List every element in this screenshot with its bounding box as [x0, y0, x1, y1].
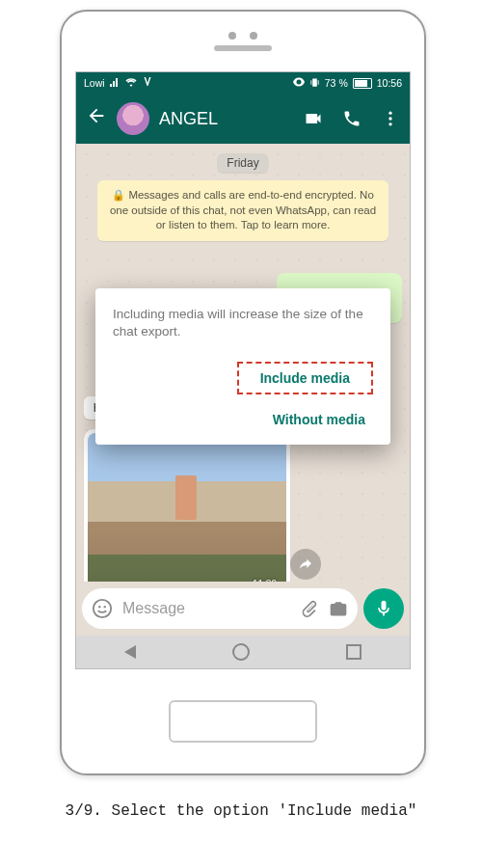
- video-call-icon[interactable]: [304, 109, 323, 128]
- svg-point-2: [388, 122, 391, 125]
- nav-home-icon[interactable]: [232, 643, 250, 661]
- attach-icon[interactable]: [300, 599, 319, 618]
- android-navbar: [76, 636, 410, 668]
- status-bar: Lowi 73 % 10:56: [76, 72, 410, 94]
- export-dialog: Including media will increase the size o…: [95, 288, 390, 445]
- voice-call-icon[interactable]: [342, 109, 362, 128]
- svg-point-4: [98, 606, 100, 608]
- tutorial-highlight: Include media: [237, 362, 373, 394]
- svg-point-0: [388, 112, 391, 115]
- battery-icon: [353, 78, 372, 89]
- emoji-icon[interactable]: [92, 598, 113, 619]
- svg-point-1: [388, 117, 391, 120]
- phone-screen: Lowi 73 % 10:56: [75, 71, 411, 669]
- phone-bottom-bezel: [62, 669, 424, 773]
- signal-icon: [110, 77, 120, 89]
- phone-speaker: [214, 45, 272, 51]
- mic-button[interactable]: [363, 588, 404, 629]
- carrier-label: Lowi: [84, 77, 105, 89]
- without-media-button[interactable]: Without media: [265, 408, 373, 431]
- message-input[interactable]: Message: [82, 588, 358, 629]
- more-icon[interactable]: [381, 109, 400, 128]
- nav-back-icon[interactable]: [124, 645, 136, 659]
- avatar[interactable]: [117, 102, 149, 135]
- message-placeholder: Message: [122, 600, 290, 617]
- include-media-button[interactable]: Include media: [253, 366, 358, 390]
- nav-recents-icon[interactable]: [346, 644, 362, 660]
- sensor-dot: [228, 32, 236, 40]
- eye-comfort-icon: [293, 77, 305, 89]
- phone-top-bezel: [62, 12, 424, 71]
- message-input-bar: Message: [76, 582, 410, 636]
- dialog-scrim: Including media will increase the size o…: [76, 144, 410, 582]
- camera-icon[interactable]: [329, 599, 348, 618]
- vibrate-icon: [309, 77, 320, 90]
- tutorial-caption: 3/9. Select the option 'Include media": [0, 802, 482, 820]
- battery-percent: 73 %: [325, 77, 348, 89]
- chat-header: ANGEL: [76, 94, 410, 144]
- svg-point-3: [94, 600, 111, 617]
- svg-point-5: [104, 606, 106, 608]
- wifi-icon: [125, 77, 137, 89]
- camera-dot: [250, 32, 257, 40]
- phone-frame: Lowi 73 % 10:56: [60, 10, 426, 775]
- chat-area[interactable]: Friday 🔒 Messages and calls are end-to-e…: [76, 144, 410, 582]
- dialog-message: Including media will increase the size o…: [113, 306, 373, 340]
- vowifi-icon: [142, 77, 153, 89]
- clock-label: 10:56: [377, 77, 402, 89]
- back-icon[interactable]: [86, 105, 107, 132]
- hardware-home-button[interactable]: [169, 700, 317, 743]
- contact-name[interactable]: ANGEL: [159, 109, 294, 129]
